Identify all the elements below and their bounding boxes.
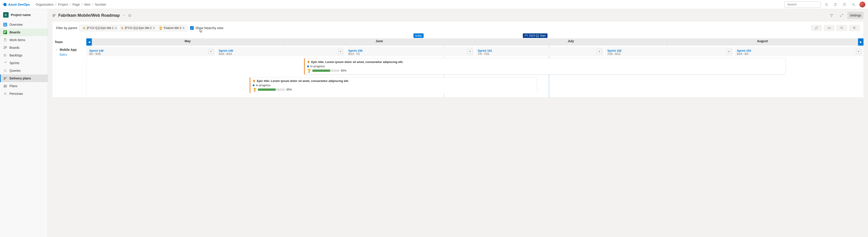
svg-point-24 [4, 54, 4, 55]
filter-chip[interactable]: ♛ [FY22 Q1] Epic title 2 × [120, 26, 156, 30]
group-sub[interactable]: Epics [55, 53, 84, 56]
group-toggle[interactable]: Mobile App [55, 48, 84, 52]
epic-card[interactable]: ♛Epic title: Lorem ipsum dolor sit amet,… [250, 77, 537, 93]
zoom-in-button[interactable] [849, 25, 860, 31]
project-name: Project name [11, 13, 31, 17]
plan-glyph-icon [53, 13, 56, 17]
breadcrumb: Organization/ Project/ Page/ Item/ Numbe… [36, 3, 106, 6]
logo[interactable]: Azure DevOps [3, 2, 30, 6]
search-input[interactable] [787, 3, 825, 6]
nav-personas[interactable]: Personas [0, 90, 48, 98]
svg-rect-14 [5, 31, 6, 33]
link-button[interactable] [811, 25, 822, 31]
zoom-in-icon [852, 26, 856, 30]
add-item-button[interactable]: ＋ [338, 49, 343, 54]
month-header: August [666, 38, 858, 45]
filter-chip[interactable]: ♛ [FY22 Q1] Epic title 1 × [81, 26, 118, 30]
timeline-header: Team ◀ May June July August ▶ [53, 38, 864, 45]
sprint-cell[interactable]: Sprint 1527/25 - 8/12＋ [605, 47, 733, 56]
query-icon [3, 69, 7, 72]
shopping-bag-icon[interactable] [832, 1, 839, 8]
chip-remove[interactable]: × [182, 26, 184, 30]
link-icon [815, 26, 818, 30]
clipboard-icon [3, 38, 7, 42]
month-header: May [92, 38, 283, 45]
today-marker: today [413, 33, 424, 38]
project-header[interactable]: C Project name [0, 9, 48, 21]
svg-line-28 [6, 71, 6, 72]
filter-label: Filter by parent [56, 26, 77, 30]
nav-plans[interactable]: Plans [0, 82, 48, 90]
sprint-cell[interactable]: Sprint 1517/4 - 7/22＋ [476, 47, 603, 56]
svg-point-6 [844, 5, 845, 5]
filter-chip[interactable]: 🏆 Feature title 3 × [158, 26, 186, 30]
svg-rect-18 [4, 46, 5, 49]
page-title: Fabrikam Mobile/Web Roadmap [58, 13, 131, 18]
chip-remove[interactable]: × [153, 26, 155, 30]
chevron-down-icon[interactable] [122, 13, 126, 17]
svg-rect-37 [53, 15, 55, 16]
plans-icon [3, 84, 7, 88]
filter-chip-input[interactable]: ♛ [FY22 Q1] Epic title 1 × ♛ [FY22 Q1] E… [80, 25, 187, 31]
chip-remove[interactable]: × [115, 26, 117, 30]
crumb[interactable]: Project [58, 3, 68, 6]
svg-rect-11 [4, 25, 5, 26]
add-item-button[interactable]: ＋ [467, 49, 472, 54]
expand-icon [840, 13, 843, 17]
crumb[interactable]: Number [95, 3, 106, 6]
add-item-button[interactable]: ＋ [597, 49, 602, 54]
svg-line-45 [855, 28, 856, 29]
hierarchy-toggle[interactable]: Show hiearchy view [190, 26, 223, 30]
trophy-icon: 🏆 [253, 88, 256, 92]
fullscreen-button[interactable] [837, 12, 846, 19]
crown-icon: ♛ [121, 26, 124, 30]
zoom-out-button[interactable] [836, 25, 847, 31]
main: Fabrikam Mobile/Web Roadmap Settings Fil… [48, 9, 868, 237]
status-dot-icon [253, 84, 254, 86]
crown-icon: ♛ [307, 60, 310, 64]
scroll-left-button[interactable]: ◀ [86, 38, 92, 45]
nav-queries[interactable]: Queries [0, 67, 48, 74]
svg-rect-38 [53, 16, 54, 17]
nav: Overview Boards Work items Boards Backlo… [0, 21, 48, 98]
board-icon [3, 46, 7, 49]
nav-backlogs[interactable]: Backlogs [0, 52, 48, 59]
epic-card[interactable]: ♛Epic title: Lorem ipsum dolor sit amet,… [304, 58, 786, 74]
list-icon[interactable] [823, 1, 830, 8]
filter-button[interactable] [828, 12, 836, 19]
add-item-button[interactable]: ＋ [209, 49, 213, 54]
svg-marker-39 [128, 14, 131, 17]
svg-point-27 [4, 70, 6, 71]
progress-bar [312, 70, 340, 72]
plan-body: Mobile App Epics Sprint 1485/2 - 5/20＋ S… [53, 45, 864, 98]
persona-icon [3, 92, 7, 96]
star-icon[interactable] [128, 13, 131, 17]
crumb[interactable]: Organization [36, 3, 54, 6]
search-box[interactable] [784, 1, 820, 8]
crumb[interactable]: Page [72, 3, 80, 6]
nav-work-items[interactable]: Work items [0, 36, 48, 44]
checkbox-checked-icon[interactable] [190, 26, 194, 30]
sprint-cell[interactable]: Sprint 1506/13 - 7/1＋ [346, 47, 474, 56]
sprint-cell[interactable]: Sprint 1495/23 - 6/10＋ [217, 47, 344, 56]
settings-button[interactable]: Settings [847, 12, 864, 19]
user-settings-icon[interactable] [850, 1, 857, 8]
scroll-right-button[interactable]: ▶ [858, 38, 864, 45]
nav-delivery-plans[interactable]: Delivery plans [0, 74, 48, 82]
nav-boards[interactable]: Boards [0, 28, 48, 36]
avatar[interactable] [860, 2, 865, 7]
crumb[interactable]: Item [84, 3, 90, 6]
nav-overview[interactable]: Overview [0, 21, 48, 28]
backlog-icon [3, 54, 7, 57]
sprint-cell[interactable]: Sprint 1485/2 - 5/20＋ [87, 47, 215, 56]
nav-sprints[interactable]: Sprints [0, 59, 48, 67]
svg-point-35 [4, 93, 6, 94]
compact-button[interactable] [824, 25, 835, 31]
topbar: Azure DevOps Organization/ Project/ Page… [0, 0, 868, 9]
add-item-button[interactable]: ＋ [726, 49, 732, 54]
svg-point-7 [852, 3, 854, 4]
add-item-button[interactable]: ＋ [856, 49, 861, 54]
nav-boards-sub[interactable]: Boards [0, 44, 48, 52]
sprint-cell[interactable]: Sprint 1538/15 - 9/2＋ [735, 47, 863, 56]
help-icon[interactable] [841, 1, 848, 8]
